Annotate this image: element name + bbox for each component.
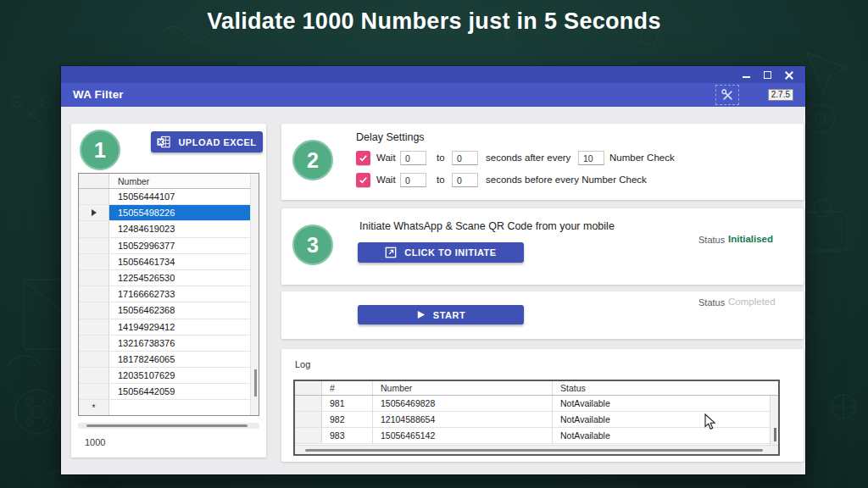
upload-excel-button[interactable]: UPLOAD EXCEL bbox=[151, 131, 263, 152]
number-row-header bbox=[79, 286, 109, 302]
page-background: Validate 1000 Numbers just in 5 Seconds … bbox=[0, 0, 868, 488]
log-vertical-scrollbar[interactable] bbox=[770, 396, 778, 445]
log-panel: Log #NumberStatus 98115056469828NotAvail… bbox=[281, 349, 804, 462]
check-icon bbox=[359, 175, 368, 185]
delay-after-to-input[interactable] bbox=[452, 151, 478, 165]
numbers-table-header: Number bbox=[79, 174, 250, 189]
click-to-initiate-button[interactable]: CLICK TO INITIATE bbox=[358, 242, 524, 263]
upload-excel-label: UPLOAD EXCEL bbox=[178, 137, 256, 147]
number-row-header bbox=[79, 336, 109, 351]
number-row-header bbox=[79, 221, 109, 236]
initiate-status-label: Status bbox=[698, 235, 725, 245]
window-titlebar bbox=[61, 66, 805, 83]
number-cell: 15056442059 bbox=[109, 384, 250, 399]
delay-before-to-input[interactable] bbox=[452, 173, 478, 187]
number-check-count-input[interactable] bbox=[578, 151, 604, 165]
number-row[interactable]: 15056442059 bbox=[79, 384, 250, 400]
number-row[interactable]: 12484619023 bbox=[79, 221, 250, 237]
numbers-column-header[interactable]: Number bbox=[109, 174, 250, 188]
click-to-initiate-label: CLICK TO INITIATE bbox=[404, 247, 496, 258]
number-row[interactable]: 18178246065 bbox=[79, 352, 250, 368]
log-status-cell: NotAvailable bbox=[553, 412, 778, 427]
number-row[interactable]: 14194929412 bbox=[79, 319, 250, 336]
number-cell: 17166662733 bbox=[109, 286, 250, 302]
step1-panel: 1 UPLOAD EXCEL Number bbox=[71, 124, 266, 458]
numbers-vertical-scrollbar[interactable] bbox=[250, 174, 259, 415]
number-row[interactable]: 15056444107 bbox=[79, 189, 250, 205]
number-new-row[interactable]: * bbox=[79, 400, 250, 416]
log-status-cell: NotAvailable bbox=[553, 396, 778, 411]
delay-after-checkbox[interactable] bbox=[356, 151, 370, 165]
delay-before-checkbox[interactable] bbox=[356, 173, 370, 187]
number-row-header bbox=[79, 384, 109, 399]
step3-panel: 3 Initiate WhatsApp & Scane QR Code from… bbox=[281, 208, 804, 285]
step2-panel: 2 Delay Settings Wait to seconds after e… bbox=[281, 124, 804, 200]
wait-label-2: Wait bbox=[376, 173, 396, 187]
log-column-header[interactable]: Status bbox=[553, 381, 778, 395]
number-row[interactable]: 15056462368 bbox=[79, 302, 250, 319]
numbers-count: 1000 bbox=[85, 437, 105, 447]
new-row-marker: * bbox=[79, 400, 109, 415]
number-row[interactable]: 15056461734 bbox=[79, 254, 250, 270]
play-icon bbox=[416, 310, 426, 319]
log-vscrollbar-thumb[interactable] bbox=[774, 428, 776, 441]
log-number-cell: 12104588654 bbox=[373, 412, 553, 427]
launch-icon bbox=[385, 247, 397, 258]
log-index-cell: 981 bbox=[322, 396, 373, 411]
log-status-cell: NotAvailable bbox=[553, 428, 778, 443]
log-title: Log bbox=[295, 359, 310, 369]
number-row[interactable]: 12254526530 bbox=[79, 270, 250, 286]
delay-before-from-input[interactable] bbox=[400, 173, 426, 187]
log-number-cell: 15056465142 bbox=[373, 428, 553, 443]
number-row[interactable]: 12035107629 bbox=[79, 368, 250, 384]
number-cell: 12254526530 bbox=[109, 270, 250, 286]
log-index-cell: 982 bbox=[322, 412, 373, 427]
step3-badge: 3 bbox=[292, 225, 333, 265]
app-title: WA Filter bbox=[73, 88, 124, 101]
number-row-header bbox=[79, 270, 109, 286]
initiate-instruction: Initiate WhatsApp & Scane QR Code from y… bbox=[359, 220, 615, 232]
log-row-header-corner bbox=[295, 381, 322, 395]
number-row-header bbox=[79, 238, 109, 253]
start-status-value: Completed bbox=[728, 297, 776, 307]
numbers-table: Number 150564441071505549822612484619023… bbox=[78, 173, 259, 416]
number-row-header bbox=[79, 254, 109, 269]
app-header: WA Filter 2.7.5 bbox=[61, 83, 805, 107]
delay-after-from-input[interactable] bbox=[400, 151, 426, 165]
maximize-icon[interactable] bbox=[763, 70, 772, 80]
seconds-after-label: seconds after every bbox=[486, 151, 570, 165]
number-cell: 15055498226 bbox=[109, 205, 250, 220]
initiate-status-value: Initialised bbox=[728, 234, 773, 244]
close-icon[interactable] bbox=[784, 70, 793, 80]
number-row[interactable]: 15052996377 bbox=[79, 238, 250, 254]
excel-file-icon bbox=[157, 136, 170, 148]
numbers-scrollbar-thumb[interactable] bbox=[254, 369, 257, 396]
step1-badge: 1 bbox=[80, 130, 120, 170]
number-row[interactable]: 17166662733 bbox=[79, 286, 250, 302]
numbers-table-rows: 1505644410715055498226124846190231505299… bbox=[79, 189, 250, 416]
log-hscrollbar-thumb[interactable] bbox=[305, 449, 763, 452]
seconds-before-label: seconds before every Number Check bbox=[486, 173, 647, 187]
number-row[interactable]: 13216738376 bbox=[79, 336, 250, 352]
log-row[interactable]: 98115056469828NotAvailable bbox=[295, 396, 778, 412]
log-row-header bbox=[295, 412, 322, 427]
current-row-arrow-icon bbox=[92, 209, 97, 216]
number-cell: 15056462368 bbox=[109, 302, 250, 318]
log-horizontal-scrollbar[interactable] bbox=[295, 445, 778, 454]
app-window: WA Filter 2.7.5 1 bbox=[61, 66, 805, 474]
delay-settings-title: Delay Settings bbox=[356, 131, 425, 143]
number-row[interactable]: 15055498226 bbox=[79, 205, 250, 221]
minimize-icon[interactable] bbox=[742, 70, 751, 80]
number-cell: 15056444107 bbox=[109, 189, 250, 204]
number-row-header bbox=[79, 189, 109, 204]
step2-badge: 2 bbox=[292, 140, 333, 180]
start-button[interactable]: START bbox=[358, 305, 524, 324]
numbers-horizontal-scrollbar[interactable] bbox=[78, 423, 259, 429]
number-check-label: Number Check bbox=[609, 151, 675, 165]
settings-tools-button[interactable] bbox=[715, 85, 739, 105]
numbers-hscrollbar-thumb[interactable] bbox=[86, 424, 248, 427]
wrench-screwdriver-icon bbox=[720, 87, 735, 103]
number-cell: 13216738376 bbox=[109, 336, 250, 351]
log-column-header[interactable]: Number bbox=[373, 381, 553, 395]
log-column-header[interactable]: # bbox=[322, 381, 373, 395]
